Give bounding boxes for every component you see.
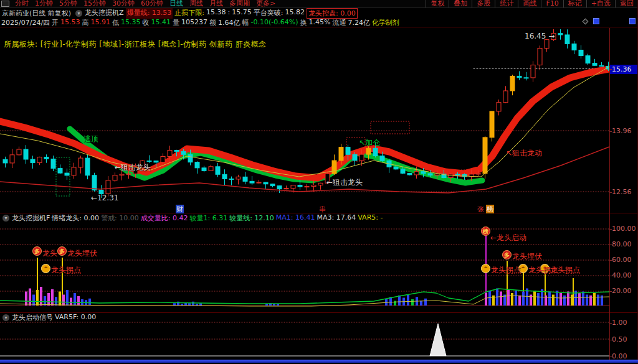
toolbar-button-画线[interactable]: 画线 <box>518 0 541 7</box>
axis-tick <box>609 245 612 245</box>
axis-tick <box>609 69 612 70</box>
token: VAR5F: 0.00 <box>55 313 96 322</box>
trading-app-window: 分时1分钟5分钟15分钟30分钟60分钟日线周线月线多周期更多> 复权叠加多股统… <box>0 0 638 364</box>
indicator-signal-label: 龙头埋伏 <box>512 251 542 262</box>
right-axis: 15.3613.9612.56100.0080.0060.0040.0020.0… <box>610 28 638 360</box>
axis-tick <box>609 260 612 261</box>
window-control-icon[interactable] <box>629 18 636 24</box>
token: 低 <box>112 18 119 27</box>
menu-item-60分钟[interactable]: 60分钟 <box>141 0 163 7</box>
toolbar-button-统计[interactable]: 统计 <box>495 0 518 7</box>
turning-point-badge-icon: ^ <box>41 264 50 273</box>
menu-item-30分钟[interactable]: 30分钟 <box>112 0 135 7</box>
indicator3-readout: 龙头启动信号VAR5F: 0.00 <box>12 313 98 322</box>
token: 幅 <box>242 18 249 27</box>
toolbar-button-复权[interactable]: 复权 <box>426 0 449 7</box>
chart-annotation: 逃顶 <box>83 134 98 144</box>
date-axis-marker: 榜 <box>486 205 494 214</box>
menu-item-日线[interactable]: 日线 <box>169 0 183 7</box>
price-info-row: 2025/07/24/四开15.53高15.91低15.35收15.41量105… <box>0 18 638 28</box>
toolbar-button-叠加[interactable]: 叠加 <box>449 0 472 7</box>
token: 龙头控盘: 0.00 <box>307 8 358 19</box>
menu-item-分时[interactable]: 分时 <box>15 0 29 7</box>
main-candle-chart[interactable]: 逃顶←狙击龙头←12.31←狙击龙头↖加仓↖狙击龙动16.45 → <box>0 28 609 213</box>
token: 15.41 <box>151 18 171 27</box>
sector-info: 所属板块: [行业]-化学制药 [地域]-浙江板块 [概念]-仿制药 创新药 肝… <box>4 39 267 50</box>
axis-tick <box>609 357 612 357</box>
indicator-signal-label: 龙头拐点 <box>491 265 521 276</box>
current-price-label: 15.36 <box>610 65 638 74</box>
signal-badge-icon: 多 <box>502 250 512 259</box>
toolbar-button-多股[interactable]: 多股 <box>472 0 495 7</box>
indicator-signal-label: ←龙头启动 <box>490 233 526 243</box>
collapse-icon[interactable]: ▾ <box>2 314 9 321</box>
axis-label: 100.00 <box>612 225 636 233</box>
chart-annotation: ↖加仓 <box>359 138 380 148</box>
token: 15.53 <box>60 18 80 27</box>
menu-item-15分钟[interactable]: 15分钟 <box>83 0 106 7</box>
indicator-readout: 龙头挖掘机Z爆量线: 13.53止损下限:15.38:15.75平台突破:15.… <box>85 8 359 19</box>
stock-title-row: 京新药业(日线 前复权) ▾ 龙头挖掘机Z爆量线: 13.53止损下限:15.3… <box>0 8 638 18</box>
toolbar-button-标记[interactable]: 标记 <box>563 0 586 7</box>
indicator3-header: ▾ 龙头启动信号VAR5F: 0.00 <box>0 313 609 322</box>
token: 化学制剂 <box>372 18 399 27</box>
top-menubar: 分时1分钟5分钟15分钟30分钟60分钟日线周线月线多周期更多> 复权叠加多股统… <box>0 0 638 8</box>
token: 情绪龙头: 0.00 <box>52 213 99 223</box>
token: 止损下限: <box>174 8 204 19</box>
token: 开 <box>52 18 59 27</box>
token: 收 <box>143 18 150 27</box>
menu-item-多周期[interactable]: 多周期 <box>229 0 250 7</box>
axis-tick <box>609 340 612 340</box>
axis-label: 40.00 <box>612 271 632 279</box>
token: 警戒: 10.00 <box>101 213 139 223</box>
chart-annotation: ←狙击龙头 <box>326 177 363 188</box>
token: 龙头挖掘机Z <box>85 8 124 19</box>
menu-item-5分钟[interactable]: 5分钟 <box>59 0 77 7</box>
token: MA3: 17.64 <box>317 213 356 223</box>
indicator-signal-label: 龙头埋伏 <box>67 248 97 259</box>
token: 105237 <box>181 18 207 27</box>
signal-chart[interactable] <box>0 321 609 360</box>
indicator-signal-label: 龙头拐点 <box>51 265 81 276</box>
token: 较量线: 12.10 <box>229 213 274 223</box>
menu-item-月线[interactable]: 月线 <box>209 0 223 7</box>
signal-badge-icon: 多 <box>32 246 42 256</box>
menu-item-1分钟[interactable]: 1分钟 <box>35 0 53 7</box>
chevron-down-icon[interactable]: ▾ <box>75 10 82 17</box>
pane-toggle-icon[interactable] <box>593 18 599 24</box>
toolbar-button-返回[interactable]: 返回 <box>615 0 638 7</box>
chart-annotation: ↖狙击龙动 <box>506 148 542 159</box>
token: 15.91 <box>91 18 111 27</box>
axis-label: 12.56 <box>612 188 632 196</box>
chart-annotation: ←12.31 <box>91 194 118 202</box>
indicator2-header: ▾ 龙头挖掘机F情绪龙头: 0.00警戒: 10.00成交量比: 0.42较量1… <box>0 213 609 222</box>
toolbar-button-+自选[interactable]: +自选 <box>586 0 615 7</box>
chart-annotation: 16.45 → <box>525 32 555 40</box>
token: 额 <box>209 18 216 27</box>
token: 换 <box>300 18 307 27</box>
menu-item-周线[interactable]: 周线 <box>189 0 203 7</box>
token: 龙头挖掘机F <box>12 213 50 223</box>
collapse-icon[interactable]: ▾ <box>2 215 9 222</box>
indicator2-readout: 龙头挖掘机F情绪龙头: 0.00警戒: 10.00成交量比: 0.42较量1: … <box>12 213 384 223</box>
token: 15.35 <box>121 18 141 27</box>
toolbar-menu: 复权叠加多股统计画线F10标记+自选返回 <box>426 0 638 7</box>
chart-annotation: ←狙击龙头 <box>115 162 151 173</box>
axis-label: 0.50 <box>612 335 627 343</box>
toolbar-button-F10[interactable]: F10 <box>541 0 563 7</box>
indicator-signal-label: 龙头拐点 <box>550 265 580 276</box>
axis-label: 13.96 <box>612 127 632 135</box>
token: 2025/07/24/四 <box>1 18 50 27</box>
app-icon[interactable] <box>1 1 9 7</box>
period-menu: 分时1分钟5分钟15分钟30分钟60分钟日线周线月线多周期更多> <box>12 0 279 7</box>
axis-label: 80.00 <box>612 240 632 248</box>
axis-tick <box>609 229 612 230</box>
token: 15.82 <box>285 8 305 19</box>
horizontal-scrollbar[interactable] <box>0 360 638 363</box>
menu-item-更多>[interactable]: 更多> <box>256 0 275 7</box>
token: 成交量比: 0.42 <box>141 213 188 223</box>
token: 平台突破: <box>254 8 283 19</box>
stock-name[interactable]: 京新药业(日线 前复权) <box>2 9 71 18</box>
token: 流通 <box>333 18 346 27</box>
axis-tick <box>609 323 612 324</box>
